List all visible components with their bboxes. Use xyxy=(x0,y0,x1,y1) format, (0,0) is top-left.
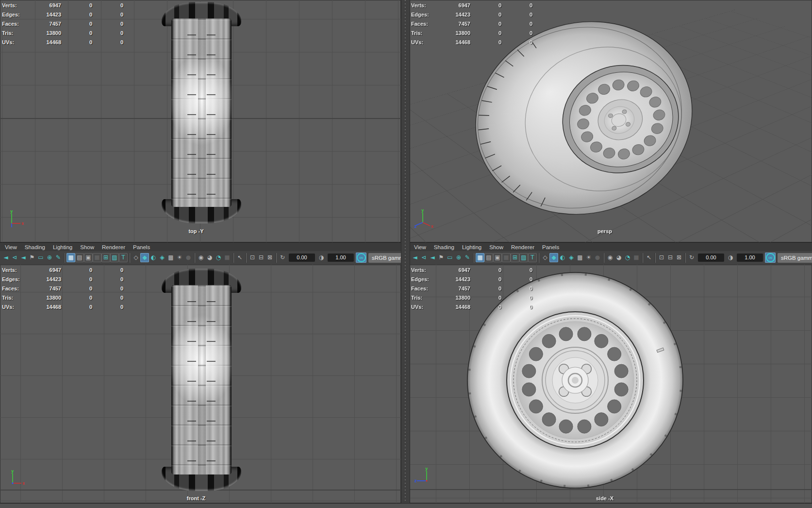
viewport-persp[interactable]: Verts:694700Edges:1442300Faces:745700Tri… xyxy=(409,0,812,242)
contrast-field[interactable]: 1.00 xyxy=(737,254,763,262)
resolution-gate-icon[interactable]: ▣ xyxy=(493,253,502,262)
viewport-top[interactable]: Verts:694700Edges:1442300Faces:745700Tri… xyxy=(0,0,401,242)
shadows-icon[interactable]: ● xyxy=(184,253,193,262)
gamma-mode-select[interactable]: sRGB gamma xyxy=(368,253,401,263)
svg-text:y: y xyxy=(421,208,424,213)
menu-panels[interactable]: Panels xyxy=(129,244,154,250)
contrast-icon[interactable]: ◑ xyxy=(317,253,326,262)
anti-aliasing-icon[interactable]: ◔ xyxy=(214,253,223,262)
textured-icon[interactable]: ◈ xyxy=(567,253,576,262)
menu-show[interactable]: Show xyxy=(76,244,98,250)
hud-value: 7457 xyxy=(31,19,61,29)
isolate-select-icon[interactable]: ↖ xyxy=(235,253,244,262)
grease-pencil-icon[interactable]: ✎ xyxy=(463,253,472,262)
hud-label: Tris: xyxy=(411,29,440,38)
use-default-material-icon[interactable]: ▩ xyxy=(576,253,584,262)
smooth-shade-icon[interactable]: ◆ xyxy=(140,253,149,262)
field-chart-icon[interactable]: ⊞ xyxy=(511,253,519,262)
wheel-model-top-view[interactable] xyxy=(162,2,241,223)
exposure-field[interactable]: 0.00 xyxy=(698,254,724,262)
hud-row: Verts:694700 xyxy=(411,266,532,275)
safe-action-icon[interactable]: ▨ xyxy=(110,253,119,262)
menu-renderer[interactable]: Renderer xyxy=(98,244,129,250)
contrast-icon[interactable]: ◑ xyxy=(726,253,735,262)
screen-space-ao-icon[interactable]: ◉ xyxy=(197,253,205,262)
xray-active-components-icon[interactable]: ⊠ xyxy=(675,253,683,262)
hud-value: 0 xyxy=(61,38,92,47)
image-plane-icon[interactable]: ▭ xyxy=(36,253,45,262)
resolution-gate-icon[interactable]: ▣ xyxy=(84,253,93,262)
image-plane-icon[interactable]: ▭ xyxy=(446,253,454,262)
anti-aliasing-icon[interactable]: ◔ xyxy=(623,253,632,262)
contrast-field[interactable]: 1.00 xyxy=(328,254,354,262)
menu-lighting[interactable]: Lighting xyxy=(49,244,76,250)
motion-blur-icon[interactable]: ◕ xyxy=(614,253,623,262)
menu-show[interactable]: Show xyxy=(485,244,507,250)
lock-camera-icon[interactable]: ⊲ xyxy=(419,253,428,262)
wireframe-on-shaded-icon[interactable]: ◐ xyxy=(558,253,567,262)
menu-shading[interactable]: Shading xyxy=(21,244,49,250)
poly-count-hud: Verts:694700Edges:1442300Faces:745700Tri… xyxy=(411,1,532,47)
pan-zoom-icon[interactable]: ⊕ xyxy=(45,253,54,262)
isolate-select-icon[interactable]: ↖ xyxy=(645,253,653,262)
menu-panels[interactable]: Panels xyxy=(538,244,563,250)
smooth-shade-icon[interactable]: ◆ xyxy=(549,253,558,262)
xray-joints-icon[interactable]: ⊟ xyxy=(257,253,265,262)
exposure-field[interactable]: 0.00 xyxy=(289,254,315,262)
motion-blur-icon[interactable]: ◕ xyxy=(205,253,214,262)
lighting-icon[interactable]: ☀ xyxy=(584,253,593,262)
wireframe-icon[interactable]: ◇ xyxy=(132,253,140,262)
textured-icon[interactable]: ◈ xyxy=(158,253,166,262)
xray-icon[interactable]: ⊡ xyxy=(248,253,257,262)
view-axis-gizmo: yx xyxy=(4,209,25,233)
gamma-on-button[interactable]: ON xyxy=(356,253,366,263)
screen-space-ao-icon[interactable]: ◉ xyxy=(606,253,614,262)
menu-view[interactable]: View xyxy=(410,244,430,250)
viewport-front[interactable]: Verts:694700Edges:1442300Faces:745700Tri… xyxy=(0,265,401,503)
exposure-icon[interactable]: ↻ xyxy=(278,253,287,262)
camera-attributes-icon[interactable]: ◄ xyxy=(428,253,437,262)
film-gate-icon[interactable]: ▤ xyxy=(75,253,84,262)
wheel-model-front-view[interactable] xyxy=(162,269,241,491)
select-camera-icon[interactable]: ◄ xyxy=(1,253,10,262)
exposure-icon[interactable]: ↻ xyxy=(687,253,696,262)
depth-of-field-icon[interactable]: ■ xyxy=(223,253,232,262)
menu-shading[interactable]: Shading xyxy=(430,244,458,250)
use-default-material-icon[interactable]: ▩ xyxy=(166,253,175,262)
safe-title-icon[interactable]: T xyxy=(119,253,128,262)
hud-value: 6947 xyxy=(440,1,470,10)
toolbar-separator xyxy=(128,253,131,263)
field-chart-icon[interactable]: ⊞ xyxy=(101,253,110,262)
gate-mask-icon[interactable]: ■ xyxy=(502,253,511,262)
menu-renderer[interactable]: Renderer xyxy=(507,244,538,250)
bookmarks-icon[interactable]: ⚑ xyxy=(437,253,446,262)
lock-camera-icon[interactable]: ⊲ xyxy=(10,253,19,262)
depth-of-field-icon[interactable]: ■ xyxy=(632,253,641,262)
gamma-on-button[interactable]: ON xyxy=(765,253,776,263)
xray-joints-icon[interactable]: ⊟ xyxy=(666,253,675,262)
menu-lighting[interactable]: Lighting xyxy=(458,244,485,250)
bookmarks-icon[interactable]: ⚑ xyxy=(28,253,36,262)
lighting-icon[interactable]: ☀ xyxy=(175,253,184,262)
grid-toggle-icon[interactable]: ▦ xyxy=(476,253,484,262)
pan-zoom-icon[interactable]: ⊕ xyxy=(454,253,463,262)
xray-active-components-icon[interactable]: ⊠ xyxy=(265,253,274,262)
grid-toggle-icon[interactable]: ▦ xyxy=(66,253,75,262)
hud-row: Verts:694700 xyxy=(2,1,123,10)
viewport-side[interactable]: Verts:694700Edges:1442300Faces:745700Tri… xyxy=(409,265,812,503)
hud-value: 0 xyxy=(61,1,92,10)
xray-icon[interactable]: ⊡ xyxy=(657,253,666,262)
select-camera-icon[interactable]: ◄ xyxy=(411,253,419,262)
film-gate-icon[interactable]: ▤ xyxy=(484,253,493,262)
camera-attributes-icon[interactable]: ◄ xyxy=(19,253,28,262)
menu-view[interactable]: View xyxy=(1,244,21,250)
grease-pencil-icon[interactable]: ✎ xyxy=(54,253,63,262)
wireframe-icon[interactable]: ◇ xyxy=(541,253,549,262)
safe-title-icon[interactable]: T xyxy=(528,253,537,262)
gate-mask-icon[interactable]: ■ xyxy=(93,253,101,262)
gamma-mode-select[interactable]: sRGB gamma xyxy=(778,253,812,263)
safe-action-icon[interactable]: ▨ xyxy=(519,253,528,262)
shadows-icon[interactable]: ● xyxy=(593,253,602,262)
wireframe-on-shaded-icon[interactable]: ◐ xyxy=(149,253,158,262)
toolbar-separator xyxy=(472,253,475,263)
